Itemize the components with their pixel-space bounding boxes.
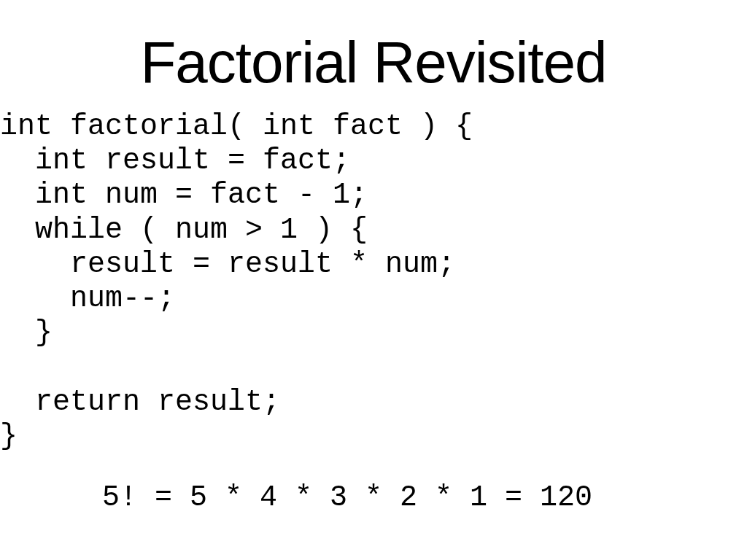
equation-line: 5! = 5 * 4 * 3 * 2 * 1 = 120 bbox=[102, 481, 747, 514]
slide-title: Factorial Revisited bbox=[0, 29, 747, 96]
code-block: int factorial( int fact ) { int result =… bbox=[0, 109, 747, 454]
